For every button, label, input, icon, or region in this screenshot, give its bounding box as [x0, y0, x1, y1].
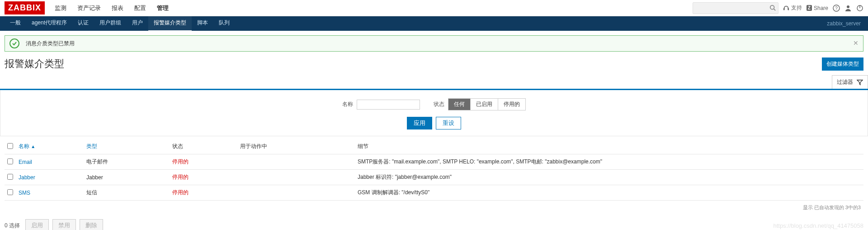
svg-point-0 — [770, 5, 774, 9]
sub-menu-scripts[interactable]: 脚本 — [192, 15, 213, 32]
row-details: SMTP服务器: "mail.example.com", SMTP HELO: … — [355, 154, 863, 170]
main-menu-reports[interactable]: 报表 — [106, 0, 129, 17]
svg-text:?: ? — [835, 6, 838, 11]
main-menu-admin[interactable]: 管理 — [151, 0, 174, 17]
row-checkbox[interactable] — [7, 158, 13, 164]
table-info: 显示 已自动发现的 3中的3 — [0, 201, 868, 215]
sub-menu: 一般 agent代理程序 认证 用户群组 用户 报警媒介类型 脚本 队列 — [5, 15, 235, 32]
sub-menu-auth[interactable]: 认证 — [72, 15, 94, 32]
filter-tab-row: 过滤器 — [0, 75, 868, 90]
share-z-icon: Z — [807, 5, 812, 11]
success-message: 消息介质类型已禁用 ✕ — [5, 35, 863, 52]
row-checkbox[interactable] — [7, 174, 13, 180]
share-link[interactable]: Z Share — [807, 5, 828, 11]
row-status-link[interactable]: 停用的 — [172, 189, 189, 196]
power-icon[interactable] — [856, 5, 863, 12]
page-header: 报警媒介类型 创建媒体类型 — [0, 56, 868, 75]
message-wrap: 消息介质类型已禁用 ✕ — [0, 31, 868, 56]
col-status: 状态 — [170, 139, 237, 154]
create-media-type-button[interactable]: 创建媒体类型 — [822, 58, 863, 71]
col-type[interactable]: 类型 — [86, 143, 97, 149]
main-menu-monitoring[interactable]: 监测 — [49, 0, 72, 17]
sub-menu-proxies[interactable]: agent代理程序 — [26, 15, 72, 32]
status-opt-disabled[interactable]: 停用的 — [498, 99, 525, 110]
filter-status-field: 状态 任何 已启用 停用的 — [434, 98, 526, 110]
row-status-link[interactable]: 停用的 — [172, 158, 189, 165]
svg-rect-3 — [788, 8, 789, 10]
svg-point-6 — [847, 5, 849, 8]
enable-button[interactable]: 启用 — [25, 219, 49, 230]
help-icon[interactable]: ? — [833, 5, 840, 12]
sub-nav: 一般 agent代理程序 认证 用户群组 用户 报警媒介类型 脚本 队列 zab… — [0, 16, 868, 31]
filter-panel: 名称 状态 任何 已启用 停用的 应用 重设 — [0, 90, 868, 136]
search-box — [693, 2, 778, 14]
server-label: zabbix_server — [827, 20, 863, 27]
sort-asc-icon: ▲ — [31, 144, 35, 149]
search-input[interactable] — [693, 2, 778, 14]
reset-button[interactable]: 重设 — [436, 117, 461, 129]
row-type: 电子邮件 — [84, 154, 170, 170]
row-details: GSM 调制解调器: "/dev/ttyS0" — [355, 185, 863, 201]
row-type: 短信 — [84, 185, 170, 201]
share-label: Share — [814, 5, 828, 11]
main-menu: 监测 资产记录 报表 配置 管理 — [49, 0, 174, 17]
row-type: Jabber — [84, 170, 170, 185]
close-icon[interactable]: ✕ — [853, 39, 859, 47]
row-checkbox[interactable] — [7, 189, 13, 195]
headset-icon — [783, 5, 789, 11]
support-label: 支持 — [791, 4, 802, 12]
success-check-icon — [9, 38, 19, 48]
filter-name-input[interactable] — [357, 100, 420, 110]
table-header-row: 名称 ▲ 类型 状态 用于动作中 细节 — [5, 139, 863, 154]
col-name[interactable]: 名称 ▲ — [19, 143, 35, 149]
svg-line-1 — [774, 9, 775, 10]
table-row: JabberJabber停用的Jabber 标识符: "jabber@examp… — [5, 170, 863, 185]
main-menu-config[interactable]: 配置 — [129, 0, 151, 17]
svg-marker-9 — [857, 80, 863, 85]
status-segmented: 任何 已启用 停用的 — [448, 98, 526, 110]
svg-rect-2 — [783, 8, 785, 10]
table-row: Email电子邮件停用的SMTP服务器: "mail.example.com",… — [5, 154, 863, 170]
sub-menu-mediatypes[interactable]: 报警媒介类型 — [148, 15, 192, 32]
filter-tab-label: 过滤器 — [837, 78, 853, 86]
filter-name-field: 名称 — [342, 100, 420, 110]
disable-button[interactable]: 禁用 — [52, 219, 76, 230]
page-title: 报警媒介类型 — [5, 57, 64, 71]
media-types-table: 名称 ▲ 类型 状态 用于动作中 细节 Email电子邮件停用的SMTP服务器:… — [5, 139, 863, 201]
status-opt-any[interactable]: 任何 — [448, 99, 471, 110]
main-menu-inventory[interactable]: 资产记录 — [72, 0, 106, 17]
select-all-checkbox[interactable] — [7, 143, 13, 149]
top-nav-right: 支持 Z Share ? — [693, 2, 863, 14]
sub-menu-general[interactable]: 一般 — [5, 15, 26, 32]
row-used-in — [237, 154, 355, 170]
row-name-link[interactable]: Jabber — [19, 174, 35, 181]
row-name-link[interactable]: Email — [19, 159, 32, 165]
filter-status-label: 状态 — [434, 101, 444, 108]
filter-tab[interactable]: 过滤器 — [832, 75, 868, 89]
row-name-link[interactable]: SMS — [19, 190, 30, 196]
support-link[interactable]: 支持 — [783, 4, 802, 12]
apply-button[interactable]: 应用 — [407, 117, 432, 129]
user-icon[interactable] — [844, 5, 852, 12]
status-opt-enabled[interactable]: 已启用 — [471, 99, 498, 110]
search-icon[interactable] — [769, 5, 776, 11]
table-row: SMS短信停用的GSM 调制解调器: "/dev/ttyS0" — [5, 185, 863, 201]
row-used-in — [237, 170, 355, 185]
selected-count: 0 选择 — [5, 222, 20, 230]
filter-fields: 名称 状态 任何 已启用 停用的 — [0, 98, 868, 110]
sub-menu-usergroups[interactable]: 用户群组 — [94, 15, 127, 32]
col-used-in: 用于动作中 — [237, 139, 355, 154]
col-details: 细节 — [355, 139, 863, 154]
watermark: https://blog.csdn.net/qq_41475058 — [774, 222, 864, 229]
row-used-in — [237, 185, 355, 201]
filter-actions: 应用 重设 — [0, 117, 868, 129]
row-status-link[interactable]: 停用的 — [172, 174, 189, 180]
filter-icon — [857, 79, 863, 86]
message-text: 消息介质类型已禁用 — [26, 40, 75, 48]
top-nav-left: ZABBIX 监测 资产记录 报表 配置 管理 — [5, 0, 174, 17]
col-name-label: 名称 — [19, 143, 29, 149]
sub-menu-users[interactable]: 用户 — [127, 15, 148, 32]
logo[interactable]: ZABBIX — [5, 1, 45, 14]
delete-button[interactable]: 删除 — [80, 219, 103, 230]
sub-menu-queue[interactable]: 队列 — [213, 15, 235, 32]
